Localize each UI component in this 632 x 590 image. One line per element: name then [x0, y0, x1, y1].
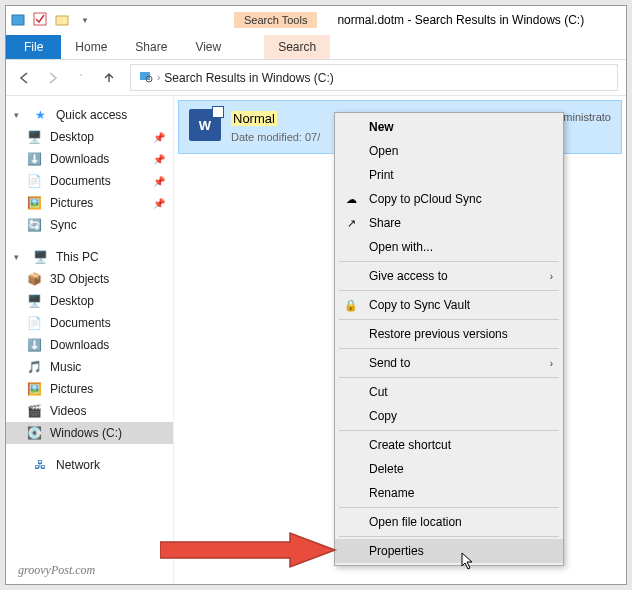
- menu-item-new[interactable]: New: [335, 115, 563, 139]
- menu-item-label: Copy: [369, 409, 397, 423]
- sidebar-item-label: Desktop: [50, 294, 94, 308]
- menu-item-rename[interactable]: Rename: [335, 481, 563, 505]
- menu-item-restore-previous-versions[interactable]: Restore previous versions: [335, 322, 563, 346]
- properties-qat-icon[interactable]: [32, 11, 50, 29]
- menu-item-open-file-location[interactable]: Open file location: [335, 510, 563, 534]
- ribbon-tabs: File Home Share View Search: [6, 34, 626, 60]
- pin-icon: 📌: [153, 154, 165, 165]
- file-tab[interactable]: File: [6, 35, 61, 59]
- sidebar-item-label: Desktop: [50, 130, 94, 144]
- qat-dropdown-icon[interactable]: ▼: [76, 11, 94, 29]
- sidebar-item-label: Downloads: [50, 338, 109, 352]
- sidebar-item-documents[interactable]: 📄Documents: [6, 312, 173, 334]
- context-menu: NewOpenPrint☁Copy to pCloud Sync↗ShareOp…: [334, 112, 564, 566]
- sidebar-item-3d-objects[interactable]: 📦3D Objects: [6, 268, 173, 290]
- folder-icon: 💽: [26, 425, 42, 441]
- up-button[interactable]: [98, 67, 120, 89]
- menu-item-print[interactable]: Print: [335, 163, 563, 187]
- menu-item-open-with-[interactable]: Open with...: [335, 235, 563, 259]
- sidebar-item-downloads[interactable]: ⬇️Downloads: [6, 334, 173, 356]
- menu-item-label: Rename: [369, 486, 414, 500]
- svg-rect-2: [56, 16, 68, 25]
- sidebar-item-label: Sync: [50, 218, 77, 232]
- sidebar-item-label: Pictures: [50, 382, 93, 396]
- menu-separator: [339, 536, 559, 537]
- tab-home[interactable]: Home: [61, 35, 121, 59]
- svg-rect-1: [34, 13, 46, 25]
- pin-icon: 📌: [153, 198, 165, 209]
- file-date-modified: Date modified: 07/: [231, 131, 320, 143]
- sidebar-item-pictures[interactable]: 🖼️Pictures: [6, 378, 173, 400]
- breadcrumb[interactable]: › Search Results in Windows (C:): [130, 64, 618, 91]
- star-icon: ★: [32, 107, 48, 123]
- sidebar-this-pc[interactable]: ▾ 🖥️ This PC: [6, 246, 173, 268]
- chevron-right-icon: ›: [550, 271, 553, 282]
- tab-search[interactable]: Search: [264, 35, 330, 59]
- sidebar-item-label: 3D Objects: [50, 272, 109, 286]
- menu-item-label: Open file location: [369, 515, 462, 529]
- menu-item-label: Open with...: [369, 240, 433, 254]
- sidebar-label: This PC: [56, 250, 99, 264]
- chevron-down-icon[interactable]: ▾: [14, 110, 24, 120]
- folder-icon: ⬇️: [26, 151, 42, 167]
- menu-item-copy[interactable]: Copy: [335, 404, 563, 428]
- tab-share[interactable]: Share: [121, 35, 181, 59]
- menu-item-label: Create shortcut: [369, 438, 451, 452]
- navigation-pane: ▾ ★ Quick access 🖥️Desktop📌⬇️Downloads📌📄…: [6, 96, 174, 584]
- folder-icon: 🖼️: [26, 195, 42, 211]
- menu-item-label: New: [369, 120, 394, 134]
- pc-icon: 🖥️: [32, 249, 48, 265]
- sidebar-item-videos[interactable]: 🎬Videos: [6, 400, 173, 422]
- sidebar-quick-access[interactable]: ▾ ★ Quick access: [6, 104, 173, 126]
- folder-icon: 🖥️: [26, 293, 42, 309]
- sidebar-item-music[interactable]: 🎵Music: [6, 356, 173, 378]
- titlebar: ▼ Search Tools normal.dotm - Search Resu…: [6, 6, 626, 34]
- new-folder-qat-icon[interactable]: [54, 11, 72, 29]
- sidebar-item-sync[interactable]: 🔄Sync: [6, 214, 173, 236]
- menu-item-label: Give access to: [369, 269, 448, 283]
- quick-access-toolbar: ▼: [10, 11, 94, 29]
- search-icon: [139, 69, 153, 86]
- menu-item-open[interactable]: Open: [335, 139, 563, 163]
- sidebar-network[interactable]: ▸ 🖧 Network: [6, 454, 173, 476]
- forward-button[interactable]: [42, 67, 64, 89]
- chevron-down-icon[interactable]: ▾: [14, 252, 24, 262]
- file-name: Normal: [231, 111, 277, 126]
- sidebar-item-downloads[interactable]: ⬇️Downloads📌: [6, 148, 173, 170]
- sidebar-item-desktop[interactable]: 🖥️Desktop📌: [6, 126, 173, 148]
- sidebar-item-label: Pictures: [50, 196, 93, 210]
- sidebar-label: Quick access: [56, 108, 127, 122]
- menu-item-label: Restore previous versions: [369, 327, 508, 341]
- sidebar-item-desktop[interactable]: 🖥️Desktop: [6, 290, 173, 312]
- menu-item-delete[interactable]: Delete: [335, 457, 563, 481]
- menu-item-send-to[interactable]: Send to›: [335, 351, 563, 375]
- menu-item-label: Print: [369, 168, 394, 182]
- menu-item-create-shortcut[interactable]: Create shortcut: [335, 433, 563, 457]
- menu-item-label: Copy to pCloud Sync: [369, 192, 482, 206]
- menu-item-label: Open: [369, 144, 398, 158]
- sidebar-item-windows-c-[interactable]: 💽Windows (C:): [6, 422, 173, 444]
- folder-icon: 🔄: [26, 217, 42, 233]
- menu-item-give-access-to[interactable]: Give access to›: [335, 264, 563, 288]
- folder-icon: 📦: [26, 271, 42, 287]
- folder-icon: 📄: [26, 315, 42, 331]
- menu-item-share[interactable]: ↗Share: [335, 211, 563, 235]
- menu-item-cut[interactable]: Cut: [335, 380, 563, 404]
- menu-item-copy-to-sync-vault[interactable]: 🔒Copy to Sync Vault: [335, 293, 563, 317]
- sidebar-item-label: Music: [50, 360, 81, 374]
- folder-icon: 🖼️: [26, 381, 42, 397]
- app-icon: [10, 11, 28, 29]
- menu-item-copy-to-pcloud-sync[interactable]: ☁Copy to pCloud Sync: [335, 187, 563, 211]
- folder-icon: 🎬: [26, 403, 42, 419]
- tab-view[interactable]: View: [181, 35, 235, 59]
- recent-dropdown-icon[interactable]: ˅: [70, 67, 92, 89]
- sidebar-item-pictures[interactable]: 🖼️Pictures📌: [6, 192, 173, 214]
- menu-item-properties[interactable]: Properties: [335, 539, 563, 563]
- menu-separator: [339, 290, 559, 291]
- back-button[interactable]: [14, 67, 36, 89]
- explorer-window: ▼ Search Tools normal.dotm - Search Resu…: [5, 5, 627, 585]
- menu-item-label: Cut: [369, 385, 388, 399]
- menu-separator: [339, 348, 559, 349]
- menu-item-label: Share: [369, 216, 401, 230]
- sidebar-item-documents[interactable]: 📄Documents📌: [6, 170, 173, 192]
